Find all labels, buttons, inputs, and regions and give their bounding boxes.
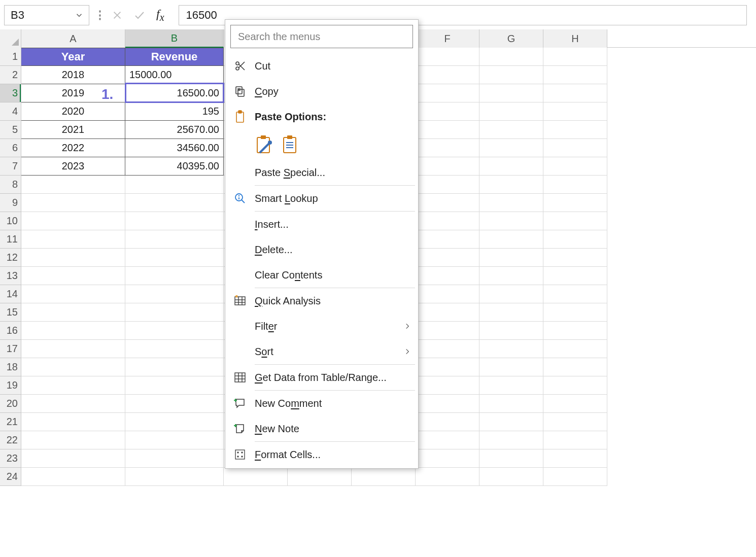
row-header[interactable]: 6 — [0, 139, 21, 157]
cell[interactable] — [21, 249, 125, 267]
cell[interactable] — [416, 285, 479, 303]
menu-search-input[interactable]: Search the menus — [230, 25, 413, 48]
cell[interactable] — [125, 176, 224, 194]
confirm-icon[interactable] — [131, 7, 148, 24]
row-header[interactable]: 3 — [0, 84, 21, 102]
cell[interactable] — [125, 431, 224, 449]
cell[interactable] — [416, 413, 479, 431]
cell[interactable] — [416, 267, 479, 285]
row-header[interactable]: 19 — [0, 376, 21, 395]
cell[interactable] — [125, 267, 224, 285]
cell[interactable] — [416, 66, 479, 84]
cell[interactable] — [224, 468, 288, 486]
cell[interactable]: 2018 — [21, 66, 125, 84]
cell[interactable] — [125, 449, 224, 468]
cell[interactable]: 2023 — [21, 157, 125, 176]
cell[interactable] — [416, 303, 479, 322]
cell[interactable] — [543, 212, 607, 230]
cell[interactable] — [479, 285, 543, 303]
row-header[interactable]: 1 — [0, 48, 21, 66]
row-header[interactable]: 17 — [0, 340, 21, 358]
cell[interactable] — [416, 358, 479, 376]
cell[interactable] — [543, 230, 607, 249]
menu-item-insert[interactable]: Insert... — [225, 212, 418, 237]
cell[interactable]: Revenue — [125, 48, 224, 66]
row-header[interactable]: 10 — [0, 212, 21, 230]
cell[interactable] — [416, 468, 479, 486]
cell[interactable] — [416, 157, 479, 176]
cell[interactable] — [125, 322, 224, 340]
column-header[interactable]: G — [479, 29, 543, 48]
cell[interactable] — [543, 303, 607, 322]
cell[interactable] — [543, 449, 607, 468]
cell[interactable] — [543, 139, 607, 157]
cell[interactable] — [479, 267, 543, 285]
menu-item-format-cells[interactable]: Format Cells... — [225, 442, 418, 467]
cell[interactable] — [416, 431, 479, 449]
menu-item-new-note[interactable]: New Note — [225, 416, 418, 441]
cell[interactable] — [479, 176, 543, 194]
cell[interactable] — [543, 48, 607, 66]
menu-item-cut[interactable]: Cut — [225, 53, 418, 79]
row-header[interactable]: 8 — [0, 176, 21, 194]
cell[interactable] — [543, 413, 607, 431]
cell[interactable]: 195 — [125, 102, 224, 121]
menu-item-clear-contents[interactable]: Clear Contents — [225, 262, 418, 288]
cell[interactable] — [416, 395, 479, 413]
row-header[interactable]: 2 — [0, 66, 21, 84]
fx-icon[interactable]: fx — [153, 7, 167, 23]
cell[interactable] — [543, 249, 607, 267]
cell[interactable] — [479, 212, 543, 230]
row-header[interactable]: 21 — [0, 413, 21, 431]
cell[interactable] — [479, 249, 543, 267]
cell[interactable] — [416, 48, 479, 66]
cell[interactable]: 2021 — [21, 121, 125, 139]
cell[interactable]: 25670.00 — [125, 121, 224, 139]
cell[interactable] — [416, 212, 479, 230]
cell[interactable] — [21, 413, 125, 431]
cell[interactable] — [125, 395, 224, 413]
cell[interactable] — [416, 230, 479, 249]
cell[interactable] — [479, 121, 543, 139]
cell[interactable] — [416, 340, 479, 358]
cell[interactable]: 2019 — [21, 84, 125, 102]
cell[interactable] — [543, 176, 607, 194]
cell[interactable] — [416, 194, 479, 212]
cell[interactable] — [416, 84, 479, 102]
cell[interactable] — [543, 66, 607, 84]
menu-item-copy[interactable]: Copy — [225, 79, 418, 104]
cell[interactable] — [479, 449, 543, 468]
cell[interactable] — [543, 431, 607, 449]
cell[interactable] — [21, 230, 125, 249]
cell[interactable] — [125, 194, 224, 212]
menu-item-quick-analysis[interactable]: Quick Analysis — [225, 288, 418, 314]
cell[interactable] — [416, 449, 479, 468]
cell[interactable] — [21, 449, 125, 468]
cell[interactable] — [21, 322, 125, 340]
cell[interactable] — [479, 340, 543, 358]
row-header[interactable]: 15 — [0, 303, 21, 322]
cell[interactable] — [416, 376, 479, 395]
cell[interactable] — [543, 267, 607, 285]
row-header[interactable]: 14 — [0, 285, 21, 303]
name-box[interactable]: B3 — [4, 5, 89, 25]
column-header[interactable]: A — [21, 29, 125, 48]
row-header[interactable]: 22 — [0, 431, 21, 449]
select-all-button[interactable] — [0, 29, 21, 48]
cancel-icon[interactable] — [109, 7, 126, 24]
cell[interactable] — [543, 376, 607, 395]
row-header[interactable]: 13 — [0, 267, 21, 285]
cell[interactable] — [21, 285, 125, 303]
cell[interactable] — [125, 340, 224, 358]
cell[interactable] — [125, 303, 224, 322]
cell[interactable]: 16500.00 — [125, 84, 224, 102]
cell[interactable] — [416, 176, 479, 194]
cell[interactable] — [479, 468, 543, 486]
row-header[interactable]: 23 — [0, 449, 21, 468]
cell[interactable] — [543, 395, 607, 413]
row-header[interactable]: 18 — [0, 358, 21, 376]
cell[interactable] — [479, 48, 543, 66]
cell[interactable] — [416, 102, 479, 121]
cell[interactable] — [416, 139, 479, 157]
cell[interactable]: 40395.00 — [125, 157, 224, 176]
